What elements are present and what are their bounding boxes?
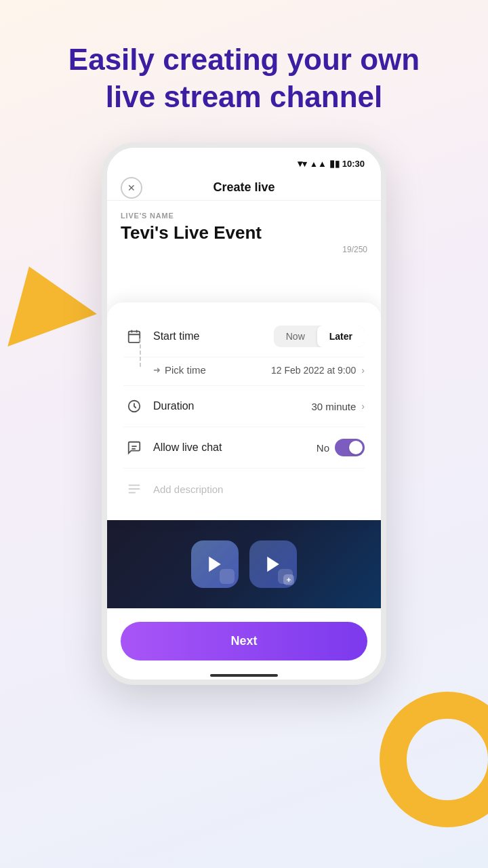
pick-time-label: Pick time <box>165 364 271 376</box>
arrow-icon: ➜ <box>153 365 161 375</box>
chat-icon <box>123 437 145 458</box>
hero-title: Easily creating your own live stream cha… <box>0 0 488 136</box>
description-placeholder: Add description <box>153 484 365 495</box>
next-button-area: Next <box>107 608 381 669</box>
wifi-icon: ▾ <box>298 158 307 169</box>
duration-value: 30 minute <box>311 401 356 412</box>
app-header: ✕ Create live <box>107 172 381 201</box>
bg-circle-decoration <box>380 692 488 827</box>
duration-label: Duration <box>153 400 311 412</box>
clock-icon <box>123 395 145 417</box>
home-indicator <box>210 674 278 677</box>
pick-time-value: 12 Feb 2022 at 9:00 <box>271 365 356 376</box>
image-section <box>107 520 381 608</box>
status-icons: ▾ ▲ ▮ 10:30 <box>298 158 365 169</box>
description-row[interactable]: Add description <box>123 469 365 509</box>
phone-mockup: ▾ ▲ ▮ 10:30 ✕ Create live LIVE'S NAME Te… <box>0 142 488 685</box>
allow-chat-row: Allow live chat No <box>123 427 365 469</box>
image-placeholder <box>191 540 297 588</box>
later-button[interactable]: Later <box>317 326 365 347</box>
app-icon-2 <box>249 540 297 588</box>
start-time-toggle[interactable]: Now Later <box>274 326 365 347</box>
now-button[interactable]: Now <box>274 326 317 347</box>
bottom-sheet: Start time Now Later ➜ Pick time 12 Feb … <box>107 302 381 520</box>
svg-marker-14 <box>267 557 279 572</box>
svg-marker-13 <box>209 557 221 572</box>
allow-chat-status: No <box>317 442 329 454</box>
signal-icon: ▲ <box>310 159 327 169</box>
allow-chat-label: Allow live chat <box>153 441 317 454</box>
battery-icon: ▮ <box>329 158 340 169</box>
app-header-title: Create live <box>213 180 274 195</box>
app-icon-1 <box>191 540 239 588</box>
bottom-indicator <box>107 669 381 679</box>
pick-time-row[interactable]: ➜ Pick time 12 Feb 2022 at 9:00 › <box>123 357 365 386</box>
calendar-icon <box>123 326 145 347</box>
live-name-value[interactable]: Tevi's Live Event <box>121 222 367 243</box>
close-button[interactable]: ✕ <box>121 177 142 199</box>
phone-frame: ▾ ▲ ▮ 10:30 ✕ Create live LIVE'S NAME Te… <box>102 142 386 685</box>
duration-chevron: › <box>361 401 365 412</box>
start-time-row: Start time Now Later <box>123 316 365 357</box>
live-name-label: LIVE'S NAME <box>121 212 367 220</box>
dotted-connector <box>140 338 141 367</box>
description-icon <box>123 478 145 500</box>
form-area: LIVE'S NAME Tevi's Live Event 19/250 <box>107 201 381 302</box>
char-count: 19/250 <box>121 245 367 254</box>
pick-time-chevron: › <box>361 365 365 376</box>
status-bar: ▾ ▲ ▮ 10:30 <box>107 148 381 172</box>
duration-row[interactable]: Duration 30 minute › <box>123 386 365 427</box>
status-time: 10:30 <box>342 159 365 169</box>
next-button[interactable]: Next <box>121 622 367 660</box>
start-time-label: Start time <box>153 330 274 342</box>
close-icon: ✕ <box>127 182 136 193</box>
allow-chat-toggle[interactable] <box>335 439 365 456</box>
